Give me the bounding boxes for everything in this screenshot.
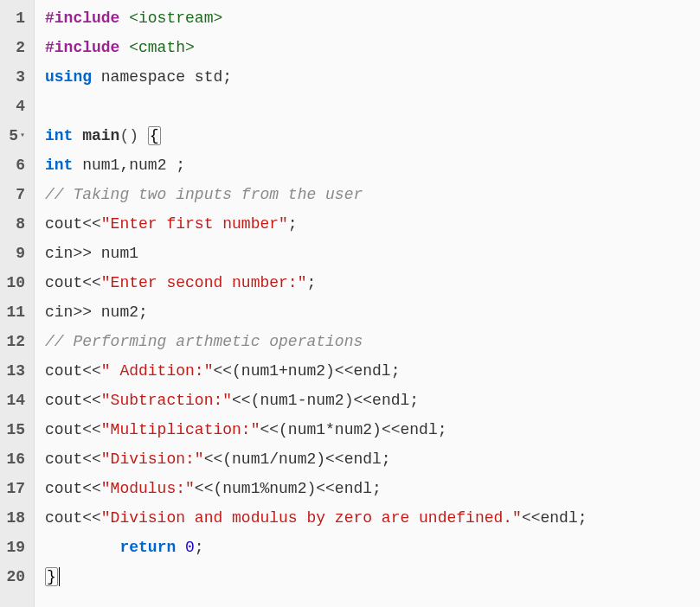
code-line[interactable]: using namespace std; [45,62,700,92]
line-number: 19 [3,533,25,562]
token-return: return [119,539,185,556]
code-line[interactable]: cin>> num2; [45,297,700,327]
token-string: "Multiplication:" [101,421,260,438]
code-line[interactable]: cout<<"Division:"<<(num1/num2)<<endl; [45,444,700,474]
token-preproc: #include [45,39,129,56]
line-number: 14 [3,386,25,415]
token-ident: cout<< [45,362,101,380]
token-ident: cout<< [45,450,101,468]
code-line[interactable]: cout<<"Multiplication:"<<(num1*num2)<<en… [45,415,700,444]
token-string: "Modulus:" [101,480,195,497]
code-line[interactable]: int num1,num2 ; [45,150,700,180]
code-line[interactable]: cout<<"Enter first number"; [45,209,700,239]
line-number: 18 [3,503,25,533]
code-line[interactable]: #include <cmath> [45,33,700,62]
code-line[interactable]: int main() { [45,121,700,150]
token-preproc: #include [45,10,129,27]
token-ident: cin>> num2; [45,304,148,321]
token-ident: cout<< [45,274,101,291]
code-line[interactable]: // Taking two inputs from the user [45,180,700,209]
code-line[interactable]: cout<<"Enter second number:"; [45,268,700,297]
token-comment: // Performing arthmetic operations [45,333,363,350]
code-line[interactable]: cout<<"Subtraction:"<<(num1-num2)<<endl; [45,386,700,415]
token-include: <iostream> [129,10,222,27]
line-number: 11 [3,297,25,327]
fold-toggle-icon[interactable]: ▾ [20,121,25,150]
token-ident: cin>> num1 [45,245,138,262]
token-string: "Subtraction:" [101,392,232,409]
code-area[interactable]: #include <iostream>#include <cmath>using… [35,0,700,607]
token-ident: <<(num1+num2)<<endl; [213,362,400,380]
token-ident: cout<< [45,215,101,233]
token-ident: <<endl; [522,509,588,527]
token-ident: cout<< [45,509,101,527]
token-include: <cmath> [129,39,195,56]
line-number: 3 [3,62,25,92]
code-line[interactable]: // Performing arthmetic operations [45,327,700,356]
code-line[interactable]: return 0; [45,533,700,562]
token-ident: cout<< [45,480,101,497]
token-ident: ; [288,215,298,233]
token-string: "Division and modulus by zero are undefi… [101,509,522,527]
token-num: 0 [185,539,195,556]
line-number: 2 [3,33,25,62]
line-number: 6 [3,150,25,180]
line-number: 16 [3,444,25,474]
line-number: 1 [3,3,25,33]
token-ident: cout<< [45,392,101,409]
token-op: () [119,127,147,144]
token-string: "Enter first number" [101,215,288,233]
code-line[interactable]: cout<<"Modulus:"<<(num1%num2)<<endl; [45,474,700,503]
line-number: 13 [3,356,25,386]
token-brace: { [148,126,161,145]
token-cursor [59,567,61,586]
line-number: 15 [3,415,25,444]
line-number: 4 [3,92,25,121]
token-ident: ; [306,274,316,291]
token-string: "Division:" [101,450,204,468]
code-line[interactable]: cout<<" Addition:"<<(num1+num2)<<endl; [45,356,700,386]
token-ident: <<(num1-num2)<<endl; [232,392,419,409]
token-string: "Enter second number:" [101,274,307,291]
token-ident: namespace std; [101,68,232,86]
token-func: main [82,127,119,144]
token-type: int [45,127,82,144]
token-brace: } [45,567,58,586]
line-number: 12 [3,327,25,356]
line-number: 17 [3,474,25,503]
token-comment: // Taking two inputs from the user [45,186,363,203]
line-number: 20 [3,562,25,591]
token-ident: cout<< [45,421,101,438]
code-line[interactable] [45,92,700,121]
token-ident: <<(num1%num2)<<endl; [195,480,382,497]
line-number: 7 [3,180,25,209]
token-ident: <<(num1/num2)<<endl; [204,450,391,468]
line-number-gutter: 12345▾67891011121314151617181920 [0,0,35,607]
code-line[interactable]: } [45,562,700,591]
code-editor[interactable]: 12345▾67891011121314151617181920 #includ… [0,0,700,607]
token-ident: ; [195,539,204,556]
token-string: " Addition:" [101,362,214,380]
code-line[interactable]: cout<<"Division and modulus by zero are … [45,503,700,533]
line-number: 5▾ [3,121,25,150]
line-number: 8 [3,209,25,239]
token-type: int [45,157,82,174]
line-number: 10 [3,268,25,297]
line-number: 9 [3,239,25,268]
token-using: using [45,68,101,86]
code-line[interactable]: cin>> num1 [45,239,700,268]
code-line[interactable]: #include <iostream> [45,3,700,33]
token-ident: <<(num1*num2)<<endl; [260,421,446,438]
token-ident: num1,num2 ; [82,157,185,174]
